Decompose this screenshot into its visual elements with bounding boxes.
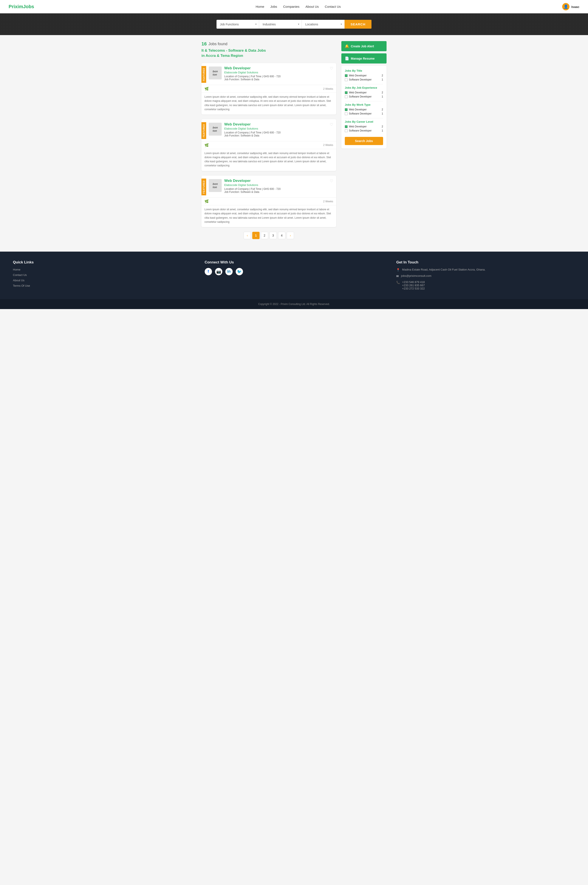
filter-checkbox[interactable]: ✓ [345, 78, 348, 81]
footer-link-home[interactable]: Home [13, 268, 192, 271]
avatar: 👤 [562, 3, 570, 10]
search-bar: Job Functions Industries Locations SEARC… [216, 20, 372, 28]
job-function: Job Function: Software & Data [224, 78, 333, 81]
filter-checkbox[interactable]: ✓ [345, 112, 348, 115]
job-location: Location of Company | Full Time | GHS 60… [224, 75, 333, 78]
job-function: Job Function: Software & Data [224, 190, 333, 194]
contact-email-row: ✉ jobs@priximconsult.com [396, 274, 575, 278]
nav-jobs[interactable]: Jobs [270, 5, 277, 8]
page-4-button[interactable]: 4 [278, 232, 285, 239]
company-name: Elabscode Digital Solutions [224, 183, 333, 187]
footer-contact: Get In Touch 📍 Madina Estate Road, Adjac… [396, 260, 575, 293]
favorite-icon[interactable]: ♡ [330, 66, 333, 71]
filter-by-experience: Jobs By Job Experience ✓ Web Developer 2… [345, 86, 383, 98]
header: PriximJobs Home Jobs Companies About Us … [0, 0, 588, 14]
nav-list: Home Jobs Companies About Us Contact Us [256, 5, 341, 9]
filter-by-work-type: Jobs By Work Type ✓ Web Developer 2 ✓ So… [345, 103, 383, 115]
job-card: FEATURED bonton Web Developer ♡ Elabscod… [201, 63, 336, 114]
job-functions-wrap: Job Functions [216, 20, 259, 28]
contact-phones: +233 546 879 418 +233 261 835 667 +233 2… [402, 280, 424, 290]
filter-checkbox[interactable]: ✓ [345, 125, 348, 128]
instagram-icon[interactable]: 📷 [215, 268, 222, 275]
jobs-count: 16 [201, 41, 207, 47]
leaf-icon: 🌿 [204, 199, 209, 203]
facebook-icon[interactable]: f [205, 268, 212, 275]
job-description: Lorem ipsum dolor sit amet, consetetur s… [201, 93, 336, 114]
featured-badge: FEATURED [201, 178, 206, 195]
filter-by-title: Jobs By Title ✓ Web Developer 2 ✓ Softwa… [345, 69, 383, 81]
filter-checkbox[interactable]: ✓ [345, 129, 348, 132]
company-logo: bonton [209, 123, 222, 136]
locations-select[interactable]: Locations [302, 20, 344, 28]
job-title[interactable]: Web Developer [224, 66, 251, 70]
job-card: FEATURED bonton Web Developer ♡ Elabscod… [201, 119, 336, 171]
filter-checkbox[interactable]: ✓ [345, 95, 348, 98]
contact-address-row: 📍 Madina Estate Road, Adjacent Cash Oil … [396, 268, 575, 272]
time-ago: 2 Weeks [323, 87, 333, 90]
phone-icon: 📞 [396, 280, 400, 284]
nav-about[interactable]: About Us [305, 5, 319, 8]
filter-checkbox[interactable]: ✓ [345, 108, 348, 111]
filter-item: ✓ Software Developer 1 [345, 78, 383, 81]
filter-title-work-type: Jobs By Work Type [345, 103, 383, 106]
time-ago: 2 Weeks [323, 144, 333, 147]
leaf-icon: 🌿 [204, 143, 209, 147]
nav-home[interactable]: Home [256, 5, 264, 8]
contact-title: Get In Touch [396, 260, 575, 264]
create-job-alert-button[interactable]: 🔔 Create Job Alert [341, 41, 387, 51]
linkedin-icon[interactable]: in [225, 268, 232, 275]
footer-link-about[interactable]: About Us [13, 279, 192, 282]
footer-connect: Connect With Us f 📷 in 🐦 [205, 260, 384, 293]
filter-checkbox[interactable]: ✓ [345, 74, 348, 77]
filter-item: ✓ Software Developer 1 [345, 112, 383, 115]
hero-section: Job Functions Industries Locations SEARC… [0, 14, 588, 35]
page-1-button[interactable]: 1 [252, 232, 260, 239]
job-location: Location of Company | Full Time | GHS 60… [224, 131, 333, 134]
job-title-row: Web Developer ♡ [224, 122, 333, 127]
search-jobs-button[interactable]: Search Jobs [345, 137, 383, 145]
company-name: Elabscode Digital Solutions [224, 127, 333, 130]
nav-contact[interactable]: Contact Us [325, 5, 341, 8]
featured-badge: FEATURED [201, 122, 206, 139]
filter-item: ✓ Software Developer 1 [345, 129, 383, 132]
filter-divider [345, 84, 383, 84]
filter-title-career-level: Jobs By Career Level [345, 120, 383, 123]
pagination: ‹ 1 2 3 4 › [201, 232, 336, 239]
jobs-found-row: 16 Jobs found [201, 41, 336, 47]
nav-companies[interactable]: Companies [283, 5, 299, 8]
featured-badge: FEATURED [201, 66, 206, 83]
job-card-top: FEATURED bonton Web Developer ♡ Elabscod… [201, 176, 336, 198]
connect-title: Connect With Us [205, 260, 384, 264]
filter-checkbox[interactable]: ✓ [345, 91, 348, 94]
job-card-footer: 🌿 2 Weeks [201, 141, 336, 149]
job-card-footer: 🌿 2 Weeks [201, 85, 336, 93]
username: Isaac [571, 5, 579, 9]
page-3-button[interactable]: 3 [270, 232, 277, 239]
favorite-icon[interactable]: ♡ [330, 178, 333, 183]
company-name: Elabscode Digital Solutions [224, 71, 333, 74]
industries-select[interactable]: Industries [259, 20, 302, 28]
location-icon: 📍 [396, 268, 400, 272]
search-button[interactable]: SEARCH [345, 20, 372, 28]
twitter-icon[interactable]: 🐦 [236, 268, 243, 275]
footer-link-contact[interactable]: Contact Us [13, 273, 192, 277]
job-functions-select[interactable]: Job Functions [216, 20, 259, 28]
favorite-icon[interactable]: ♡ [330, 122, 333, 127]
manage-resume-button[interactable]: 📄 Manage Resume [341, 53, 387, 63]
logo[interactable]: PriximJobs [9, 4, 34, 9]
user-profile[interactable]: 👤 Isaac [562, 3, 579, 10]
footer-link-terms[interactable]: Terms Of Use [13, 284, 192, 287]
prev-page-button[interactable]: ‹ [244, 232, 251, 239]
contact-email: jobs@priximconsult.com [401, 274, 431, 278]
copyright-text: Copyright © 2022 - Prixim Consulting Ltd… [258, 303, 330, 306]
company-logo: bonton [209, 66, 222, 80]
job-card-footer: 🌿 2 Weeks [201, 197, 336, 205]
footer-bottom: Copyright © 2022 - Prixim Consulting Ltd… [0, 299, 588, 309]
next-page-button[interactable]: › [286, 232, 294, 239]
job-title[interactable]: Web Developer [224, 178, 251, 183]
job-description: Lorem ipsum dolor sit amet, consetetur s… [201, 149, 336, 171]
filter-item: ✓ Web Developer 2 [345, 125, 383, 128]
job-title[interactable]: Web Developer [224, 122, 251, 126]
page-2-button[interactable]: 2 [261, 232, 268, 239]
job-card-top: FEATURED bonton Web Developer ♡ Elabscod… [201, 119, 336, 141]
